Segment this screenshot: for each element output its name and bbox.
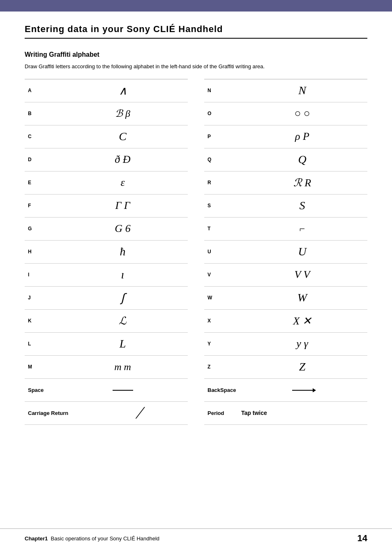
glyph-r: ℛ R xyxy=(237,176,367,189)
glyph-space xyxy=(58,386,188,394)
label-k: K xyxy=(25,318,58,324)
label-a: A xyxy=(25,88,58,93)
glyph-carriage-return: ╱ xyxy=(90,407,188,419)
glyph-b: ℬ β xyxy=(58,108,188,119)
label-d: D xyxy=(25,157,58,162)
glyph-y: y γ xyxy=(237,338,367,350)
row-g: G G 6 xyxy=(25,218,188,241)
glyph-a: ∧ xyxy=(58,84,188,97)
footer: Chapter1 Basic operations of your Sony C… xyxy=(0,528,392,548)
row-d: D ð Ð xyxy=(25,148,188,171)
backspace-arrow xyxy=(292,390,313,391)
label-c: C xyxy=(25,134,58,139)
footer-chapter-label: Chapter1 xyxy=(25,535,49,542)
label-v: V xyxy=(204,272,237,278)
label-w: W xyxy=(204,295,237,301)
row-e: E ε xyxy=(25,171,188,195)
label-y: Y xyxy=(204,341,237,347)
glyph-c: C xyxy=(58,130,188,143)
row-h: H ħ xyxy=(25,241,188,264)
label-carriage-return: Carriage Return xyxy=(25,410,90,416)
page-title: Entering data in your Sony CLIÉ Handheld xyxy=(25,24,367,39)
row-u: U U xyxy=(204,241,367,264)
glyph-m: m m xyxy=(58,361,188,373)
glyph-h: ħ xyxy=(58,245,188,258)
label-p: P xyxy=(204,134,237,139)
glyph-w: W xyxy=(237,291,367,304)
row-l: L L xyxy=(25,333,188,356)
row-b: B ℬ β xyxy=(25,102,188,125)
space-dash xyxy=(113,390,133,391)
label-space: Space xyxy=(25,387,58,393)
glyph-n: N xyxy=(237,84,367,97)
glyph-s: S xyxy=(237,199,367,212)
footer-page: 14 xyxy=(357,533,367,544)
label-q: Q xyxy=(204,157,237,162)
top-bar xyxy=(0,0,392,12)
row-carriage-return: Carriage Return ╱ xyxy=(25,402,188,425)
label-i: I xyxy=(25,272,58,278)
glyph-q: Q xyxy=(237,153,367,166)
footer-chapter: Chapter1 Basic operations of your Sony C… xyxy=(25,535,159,542)
label-period: Period xyxy=(204,410,237,416)
label-e: E xyxy=(25,180,58,185)
row-backspace: BackSpace xyxy=(204,379,367,402)
glyph-p: ρ P xyxy=(237,130,367,143)
column-divider xyxy=(188,79,204,425)
row-a: A ∧ xyxy=(25,79,188,102)
row-q: Q Q xyxy=(204,148,367,171)
row-y: Y y γ xyxy=(204,333,367,356)
glyph-u: U xyxy=(237,245,367,258)
label-u: U xyxy=(204,249,237,255)
label-m: M xyxy=(25,364,58,370)
glyph-t: ⌐ xyxy=(237,223,367,234)
label-o: O xyxy=(204,111,237,116)
row-p: P ρ P xyxy=(204,125,367,148)
row-r: R ℛ R xyxy=(204,171,367,195)
glyph-d: ð Ð xyxy=(58,153,188,166)
alphabet-container: A ∧ B ℬ β C C D ð Ð E ε F Γ Γ xyxy=(25,79,367,425)
section-title: Writing Graffiti alphabet xyxy=(25,51,367,58)
row-w: W W xyxy=(204,287,367,310)
glyph-k: ℒ xyxy=(58,315,188,327)
row-period: Period Tap twice xyxy=(204,402,367,425)
glyph-backspace xyxy=(237,386,367,394)
footer-chapter-text: Basic operations of your Sony CLIÉ Handh… xyxy=(51,535,160,542)
label-f: F xyxy=(25,203,58,208)
glyph-j: ʃ xyxy=(58,291,188,305)
row-s: S S xyxy=(204,195,367,218)
label-n: N xyxy=(204,88,237,93)
label-r: R xyxy=(204,180,237,185)
row-t: T ⌐ xyxy=(204,218,367,241)
row-o: O ○ ○ xyxy=(204,102,367,125)
row-k: K ℒ xyxy=(25,310,188,333)
glyph-l: L xyxy=(58,337,188,350)
label-h: H xyxy=(25,249,58,255)
glyph-x: X ✕ xyxy=(237,315,367,327)
label-z: Z xyxy=(204,364,237,370)
row-f: F Γ Γ xyxy=(25,195,188,218)
row-space: Space xyxy=(25,379,188,402)
right-alphabet-column: N N O ○ ○ P ρ P Q Q R ℛ R S S xyxy=(204,79,367,425)
label-backspace: BackSpace xyxy=(204,387,237,393)
row-i: I ı xyxy=(25,264,188,287)
glyph-e: ε xyxy=(58,176,188,189)
row-x: X X ✕ xyxy=(204,310,367,333)
label-s: S xyxy=(204,203,237,208)
row-z: Z Z xyxy=(204,356,367,379)
section-description: Draw Graffiti letters according to the f… xyxy=(25,63,367,71)
glyph-v: V V xyxy=(237,269,367,281)
glyph-z: Z xyxy=(237,360,367,373)
glyph-i: ı xyxy=(58,268,188,281)
glyph-g: G 6 xyxy=(58,222,188,235)
row-v: V V V xyxy=(204,264,367,287)
glyph-period: Tap twice xyxy=(237,410,367,416)
row-m: M m m xyxy=(25,356,188,379)
label-l: L xyxy=(25,341,58,347)
label-j: J xyxy=(25,295,58,301)
label-b: B xyxy=(25,111,58,116)
glyph-f: Γ Γ xyxy=(58,199,188,212)
row-c: C C xyxy=(25,125,188,148)
glyph-o: ○ ○ xyxy=(237,107,367,120)
label-g: G xyxy=(25,226,58,232)
